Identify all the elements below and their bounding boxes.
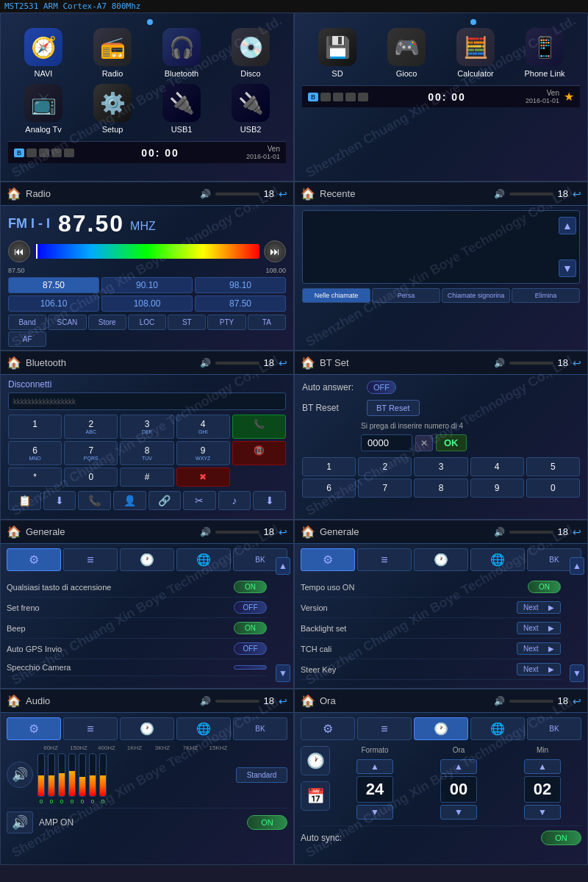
bt-disconnetti[interactable]: Disconnetti	[8, 379, 286, 390]
gen-left-toggle-0[interactable]: ON	[234, 581, 267, 593]
btset-num-2[interactable]: 2	[358, 457, 412, 476]
radio-ctrl-pty[interactable]: PTY	[207, 315, 245, 330]
audio-tab-3[interactable]: 🌐	[176, 717, 231, 740]
gen-left-tab-0[interactable]: ⚙	[7, 548, 61, 571]
recente-vol-bar[interactable]	[509, 193, 553, 196]
radio-ctrl-store[interactable]: Store	[88, 315, 126, 330]
ora-tab-3[interactable]: 🌐	[470, 717, 525, 740]
tab-nelle-chiamate[interactable]: Nelle chiamate	[302, 288, 370, 303]
ora-sync-toggle[interactable]: ON	[541, 831, 581, 845]
ora-back-btn[interactable]: ↩	[573, 695, 581, 707]
num-0[interactable]: 0	[64, 467, 118, 487]
gen-left-toggle-3[interactable]: OFF	[234, 642, 267, 655]
btset-vol-bar[interactable]	[509, 362, 553, 365]
ora-formato-up[interactable]: ▲	[356, 759, 393, 774]
num-end[interactable]: ✖	[176, 467, 230, 487]
ora-ora-down[interactable]: ▼	[440, 805, 477, 820]
num-7[interactable]: 7PQRS	[64, 441, 118, 465]
eq-bar-6[interactable]: 0	[99, 753, 107, 805]
bt-act-5[interactable]: 🔗	[148, 491, 182, 510]
audio-tab-0[interactable]: ⚙	[7, 717, 61, 740]
ora-home-icon[interactable]: 🏠	[301, 694, 315, 708]
gen-right-scroll-down[interactable]: ▼	[570, 664, 584, 682]
ora-clock-btn[interactable]: 🕐	[301, 746, 330, 775]
gen-right-scroll-up[interactable]: ▲	[570, 557, 584, 575]
bt-act-2[interactable]: ⬇	[43, 491, 76, 510]
bt-act-3[interactable]: 📞	[78, 491, 111, 510]
gen-right-home-icon[interactable]: 🏠	[301, 525, 315, 539]
ora-vol-bar[interactable]	[509, 700, 553, 703]
ora-ora-up[interactable]: ▲	[440, 759, 477, 774]
gen-left-toggle-1[interactable]: OFF	[234, 601, 267, 614]
audio-tab-2[interactable]: 🕐	[120, 717, 174, 740]
num-call[interactable]: 📞	[232, 415, 286, 439]
radio-back-btn[interactable]: ↩	[279, 188, 287, 200]
icon-tv[interactable]: 📺 Analog Tv	[12, 84, 75, 134]
num-hash[interactable]: #	[120, 467, 173, 487]
recente-back-btn[interactable]: ↩	[573, 188, 581, 200]
num-3[interactable]: 3DEF	[120, 415, 173, 439]
eq-bar-1[interactable]: 0	[48, 753, 55, 805]
recente-scroll-up[interactable]: ▲	[559, 217, 576, 234]
ora-tab-1[interactable]: ≡	[357, 717, 412, 740]
radio-ctrl-band[interactable]: Band	[8, 315, 46, 330]
audio-back-btn[interactable]: ↩	[279, 695, 287, 707]
gen-left-toggle-2[interactable]: ON	[234, 622, 267, 634]
btset-autoanswer-toggle[interactable]: OFF	[367, 381, 396, 394]
ora-tab-2[interactable]: 🕐	[414, 717, 468, 740]
num-2[interactable]: 2ABC	[64, 415, 118, 439]
gen-left-scroll-up[interactable]: ▲	[276, 557, 290, 575]
num-1[interactable]: 1	[8, 415, 62, 439]
eq-bar-2[interactable]: 0	[58, 753, 65, 805]
eq-bar-0[interactable]: 0	[37, 753, 45, 805]
preset-6[interactable]: 87.50	[195, 295, 286, 312]
eq-bar-3[interactable]: 0	[68, 753, 76, 805]
radio-ctrl-scan[interactable]: SCAN	[48, 315, 86, 330]
audio-home-icon[interactable]: 🏠	[7, 694, 21, 708]
icon-radio[interactable]: 📻 Radio	[81, 28, 144, 78]
icon-dvd[interactable]: 💿 Disco	[219, 28, 282, 78]
radio-ctrl-st[interactable]: ST	[168, 315, 206, 330]
btset-num-1[interactable]: 1	[302, 457, 356, 476]
gen-right-back-btn[interactable]: ↩	[573, 526, 581, 538]
radio-ctrl-af[interactable]: AF	[8, 331, 46, 347]
btset-num-4[interactable]: 4	[470, 457, 524, 476]
gen-left-back-btn[interactable]: ↩	[279, 526, 287, 538]
audio-tab-1[interactable]: ≡	[63, 717, 118, 740]
bt-home-icon[interactable]: 🏠	[7, 356, 21, 370]
num-6[interactable]: 6MNO	[8, 441, 62, 465]
ora-calendar-btn[interactable]: 📅	[301, 781, 330, 811]
ora-min-down[interactable]: ▼	[524, 805, 561, 820]
bt-act-7[interactable]: ♪	[218, 491, 251, 510]
eq-bar-5[interactable]: 0	[89, 753, 96, 805]
btset-reset-btn[interactable]: BT Reset	[367, 400, 420, 416]
radio-next-btn[interactable]: ⏭	[264, 240, 286, 262]
bt-act-4[interactable]: 👤	[113, 491, 146, 510]
btset-home-icon[interactable]: 🏠	[301, 356, 315, 370]
radio-home-icon[interactable]: 🏠	[7, 187, 21, 201]
gen-right-tab-0[interactable]: ⚙	[301, 548, 355, 571]
num-star[interactable]: *	[8, 467, 62, 487]
preset-4[interactable]: 106.10	[8, 295, 99, 312]
btset-num-0[interactable]: 0	[526, 478, 580, 498]
num-8[interactable]: 8TUV	[120, 441, 173, 465]
icon-usb1[interactable]: 🔌 USB1	[150, 84, 213, 134]
btset-num-7[interactable]: 7	[358, 478, 412, 498]
gen-left-tab-3[interactable]: 🌐	[176, 548, 231, 571]
gen-left-tab-1[interactable]: ≡	[63, 548, 118, 571]
bt-act-8[interactable]: ⬇	[253, 491, 286, 510]
eq-bar-4[interactable]: 0	[79, 753, 86, 805]
icon-setup[interactable]: ⚙️ Setup	[81, 84, 144, 134]
gen-right-next-3[interactable]: Next ▶	[517, 642, 561, 655]
num-9[interactable]: 9WXYZ	[176, 441, 230, 465]
btset-num-8[interactable]: 8	[414, 478, 467, 498]
amp-icon[interactable]: 🔊	[7, 811, 33, 833]
gen-right-next-4[interactable]: Next ▶	[517, 663, 561, 675]
gen-left-tab-2[interactable]: 🕐	[120, 548, 174, 571]
gen-left-scroll-down[interactable]: ▼	[276, 664, 290, 682]
ora-tab-bk[interactable]: BK	[527, 717, 581, 740]
recente-scroll-down[interactable]: ▼	[559, 259, 576, 277]
btset-num-9[interactable]: 9	[470, 478, 524, 498]
gen-right-tab-2[interactable]: 🕐	[414, 548, 468, 571]
recente-home-icon[interactable]: 🏠	[301, 187, 315, 201]
